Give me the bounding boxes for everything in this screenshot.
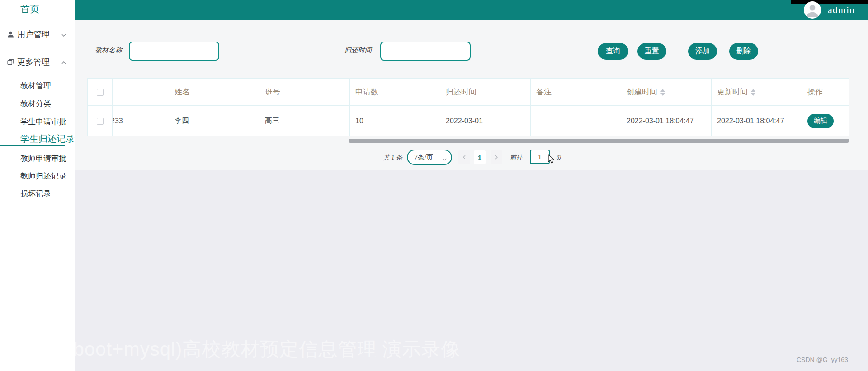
sidebar: 首页 用户管理 更多管理 教材管理 教材分类 学生申请审批 学生归还记录 教师申… [0, 0, 75, 371]
textbook-name-input[interactable] [129, 42, 219, 61]
add-button[interactable]: 添加 [688, 43, 717, 60]
avatar[interactable] [804, 1, 821, 19]
topbar: admin [75, 0, 868, 20]
page-number-1[interactable]: 1 [474, 150, 486, 164]
video-title-watermark: (springboot+mysql)高校教材预定信息管理 演示录像 [12, 337, 460, 362]
cell-name: 李四 [169, 106, 259, 136]
sidebar-item-textbook-mgmt[interactable]: 教材管理 [20, 80, 51, 91]
chevron-up-icon [61, 59, 66, 65]
return-time-input[interactable] [380, 42, 471, 61]
csdn-watermark: CSDN @G_yy163 [797, 356, 848, 363]
app-root: 首页 用户管理 更多管理 教材管理 教材分类 学生申请审批 学生归还记录 教师申… [0, 0, 868, 371]
sidebar-item-teacher-apply[interactable]: 教师申请审批 [20, 153, 66, 164]
records-table: 姓名 班号 申请数 归还时间 备注 创建时间 更新时间 操作 233 李四 高三… [87, 78, 849, 136]
col-header-action: 操作 [802, 79, 849, 106]
sidebar-menu-users[interactable]: 用户管理 [0, 27, 75, 42]
chevron-right-icon [494, 155, 499, 160]
avatar-person-icon [804, 1, 821, 19]
chevron-left-icon [462, 155, 467, 160]
query-button[interactable]: 查询 [598, 43, 628, 60]
next-page-button[interactable] [491, 150, 502, 164]
video-letterbox-bar [791, 0, 868, 4]
chevron-down-icon [61, 32, 66, 37]
goto-label: 前往 [510, 154, 523, 162]
table-row: 233 李四 高三 10 2022-03-01 2022-03-01 18:04… [88, 106, 849, 136]
delete-button[interactable]: 删除 [729, 43, 758, 60]
sidebar-item-textbook-category[interactable]: 教材分类 [20, 99, 51, 109]
active-item-underline [0, 145, 65, 146]
total-count-label: 共 1 条 [383, 154, 402, 162]
col-header-id [113, 79, 169, 106]
col-header-remark: 备注 [531, 79, 621, 106]
cell-return: 2022-03-01 [440, 106, 531, 136]
sidebar-item-teacher-return[interactable]: 教师归还记录 [20, 171, 66, 181]
user-icon [7, 31, 14, 38]
horizontal-scrollbar[interactable] [349, 139, 849, 143]
sort-icon[interactable] [751, 89, 755, 96]
col-header-apply: 申请数 [350, 79, 440, 106]
goto-page-input[interactable] [530, 150, 550, 164]
mouse-cursor [547, 154, 557, 166]
cell-remark [531, 106, 621, 136]
chevron-down-icon [442, 155, 447, 160]
prev-page-button[interactable] [458, 150, 470, 164]
col-header-created[interactable]: 创建时间 [621, 79, 712, 106]
textbook-name-label: 教材名称 [95, 46, 122, 55]
col-header-updated[interactable]: 更新时间 [712, 79, 802, 106]
username-label[interactable]: admin [828, 4, 855, 16]
page-size-value: 7条/页 [408, 150, 439, 164]
row-checkbox[interactable] [97, 118, 104, 125]
cell-class: 高三 [259, 106, 350, 136]
cell-id: 233 [113, 117, 169, 125]
col-header-class: 班号 [259, 79, 350, 106]
sidebar-menu-more-label: 更多管理 [17, 56, 50, 67]
cell-updated: 2022-03-01 18:04:47 [712, 106, 802, 136]
main-content-card: 教材名称 归还时间 查询 重置 添加 删除 姓名 班号 申请数 归还时间 备注 … [75, 20, 868, 170]
sidebar-item-damage-record[interactable]: 损坏记录 [20, 188, 51, 199]
col-header-return: 归还时间 [440, 79, 531, 106]
table-header-row: 姓名 班号 申请数 归还时间 备注 创建时间 更新时间 操作 [88, 79, 849, 106]
sidebar-menu-users-label: 用户管理 [17, 29, 50, 40]
page-size-select[interactable]: 7条/页 [407, 150, 452, 165]
col-header-name: 姓名 [169, 79, 259, 106]
return-time-label: 归还时间 [344, 46, 372, 55]
select-all-checkbox[interactable] [97, 89, 104, 96]
sidebar-item-home[interactable]: 首页 [20, 3, 39, 15]
edit-button[interactable]: 编辑 [807, 114, 834, 128]
copy-icon [7, 58, 14, 66]
sidebar-item-student-apply[interactable]: 学生申请审批 [20, 117, 66, 127]
cell-apply: 10 [350, 106, 440, 136]
cell-created: 2022-03-01 18:04:47 [621, 106, 712, 136]
reset-button[interactable]: 重置 [637, 43, 666, 60]
sidebar-menu-more[interactable]: 更多管理 [0, 54, 75, 70]
sort-icon[interactable] [660, 89, 665, 96]
sidebar-item-student-return[interactable]: 学生归还记录 [20, 133, 75, 145]
